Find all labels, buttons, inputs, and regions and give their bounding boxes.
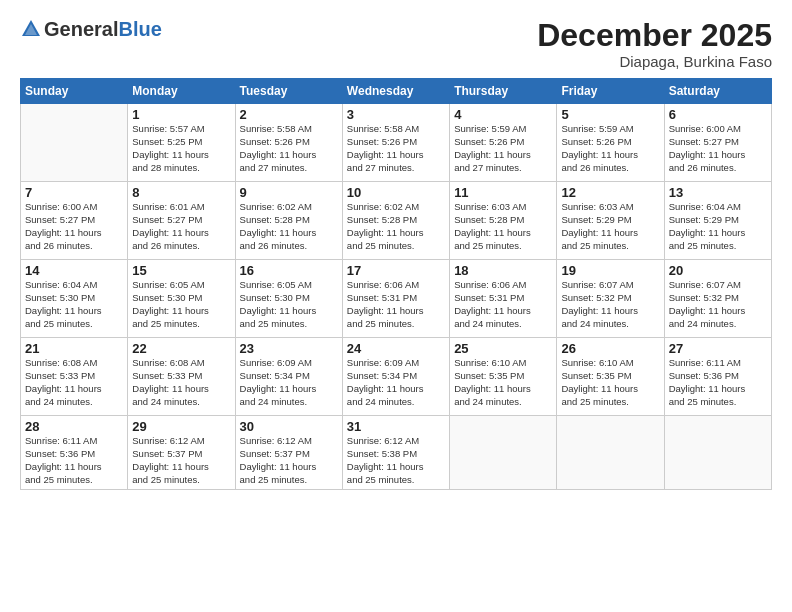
table-row: 14Sunrise: 6:04 AMSunset: 5:30 PMDayligh… [21, 260, 128, 338]
day-info: Sunrise: 5:59 AMSunset: 5:26 PMDaylight:… [561, 123, 659, 174]
day-info: Sunrise: 6:11 AMSunset: 5:36 PMDaylight:… [25, 435, 123, 486]
table-row: 15Sunrise: 6:05 AMSunset: 5:30 PMDayligh… [128, 260, 235, 338]
col-tuesday: Tuesday [235, 79, 342, 104]
col-thursday: Thursday [450, 79, 557, 104]
page: GeneralBlue December 2025 Diapaga, Burki… [0, 0, 792, 612]
day-number: 22 [132, 341, 230, 356]
day-number: 6 [669, 107, 767, 122]
table-row: 7Sunrise: 6:00 AMSunset: 5:27 PMDaylight… [21, 182, 128, 260]
day-info: Sunrise: 6:09 AMSunset: 5:34 PMDaylight:… [240, 357, 338, 408]
table-row: 1Sunrise: 5:57 AMSunset: 5:25 PMDaylight… [128, 104, 235, 182]
table-row: 13Sunrise: 6:04 AMSunset: 5:29 PMDayligh… [664, 182, 771, 260]
calendar-week-row: 7Sunrise: 6:00 AMSunset: 5:27 PMDaylight… [21, 182, 772, 260]
table-row: 23Sunrise: 6:09 AMSunset: 5:34 PMDayligh… [235, 338, 342, 416]
day-info: Sunrise: 6:08 AMSunset: 5:33 PMDaylight:… [132, 357, 230, 408]
day-number: 27 [669, 341, 767, 356]
day-info: Sunrise: 6:04 AMSunset: 5:30 PMDaylight:… [25, 279, 123, 330]
table-row: 17Sunrise: 6:06 AMSunset: 5:31 PMDayligh… [342, 260, 449, 338]
day-number: 8 [132, 185, 230, 200]
day-number: 12 [561, 185, 659, 200]
day-number: 3 [347, 107, 445, 122]
title-block: December 2025 Diapaga, Burkina Faso [537, 18, 772, 70]
table-row [21, 104, 128, 182]
logo: GeneralBlue [20, 18, 162, 40]
table-row: 3Sunrise: 5:58 AMSunset: 5:26 PMDaylight… [342, 104, 449, 182]
day-number: 30 [240, 419, 338, 434]
calendar-week-row: 28Sunrise: 6:11 AMSunset: 5:36 PMDayligh… [21, 416, 772, 490]
day-info: Sunrise: 6:12 AMSunset: 5:38 PMDaylight:… [347, 435, 445, 486]
day-number: 19 [561, 263, 659, 278]
calendar-week-row: 14Sunrise: 6:04 AMSunset: 5:30 PMDayligh… [21, 260, 772, 338]
day-info: Sunrise: 6:00 AMSunset: 5:27 PMDaylight:… [25, 201, 123, 252]
day-number: 4 [454, 107, 552, 122]
logo-general-text: General [44, 18, 118, 40]
table-row: 16Sunrise: 6:05 AMSunset: 5:30 PMDayligh… [235, 260, 342, 338]
table-row: 28Sunrise: 6:11 AMSunset: 5:36 PMDayligh… [21, 416, 128, 490]
month-title: December 2025 [537, 18, 772, 53]
day-info: Sunrise: 6:07 AMSunset: 5:32 PMDaylight:… [561, 279, 659, 330]
logo-icon [20, 18, 42, 40]
day-info: Sunrise: 6:07 AMSunset: 5:32 PMDaylight:… [669, 279, 767, 330]
table-row: 24Sunrise: 6:09 AMSunset: 5:34 PMDayligh… [342, 338, 449, 416]
day-number: 15 [132, 263, 230, 278]
day-info: Sunrise: 6:10 AMSunset: 5:35 PMDaylight:… [454, 357, 552, 408]
table-row: 20Sunrise: 6:07 AMSunset: 5:32 PMDayligh… [664, 260, 771, 338]
location: Diapaga, Burkina Faso [537, 53, 772, 70]
table-row: 2Sunrise: 5:58 AMSunset: 5:26 PMDaylight… [235, 104, 342, 182]
day-number: 18 [454, 263, 552, 278]
day-number: 13 [669, 185, 767, 200]
table-row: 25Sunrise: 6:10 AMSunset: 5:35 PMDayligh… [450, 338, 557, 416]
table-row: 19Sunrise: 6:07 AMSunset: 5:32 PMDayligh… [557, 260, 664, 338]
table-row: 4Sunrise: 5:59 AMSunset: 5:26 PMDaylight… [450, 104, 557, 182]
day-info: Sunrise: 6:05 AMSunset: 5:30 PMDaylight:… [240, 279, 338, 330]
day-info: Sunrise: 6:06 AMSunset: 5:31 PMDaylight:… [347, 279, 445, 330]
day-number: 28 [25, 419, 123, 434]
table-row [557, 416, 664, 490]
day-info: Sunrise: 6:01 AMSunset: 5:27 PMDaylight:… [132, 201, 230, 252]
table-row [664, 416, 771, 490]
header: GeneralBlue December 2025 Diapaga, Burki… [20, 18, 772, 70]
day-info: Sunrise: 5:57 AMSunset: 5:25 PMDaylight:… [132, 123, 230, 174]
col-wednesday: Wednesday [342, 79, 449, 104]
day-info: Sunrise: 6:08 AMSunset: 5:33 PMDaylight:… [25, 357, 123, 408]
day-info: Sunrise: 6:06 AMSunset: 5:31 PMDaylight:… [454, 279, 552, 330]
col-monday: Monday [128, 79, 235, 104]
day-number: 1 [132, 107, 230, 122]
day-info: Sunrise: 6:12 AMSunset: 5:37 PMDaylight:… [240, 435, 338, 486]
day-info: Sunrise: 6:10 AMSunset: 5:35 PMDaylight:… [561, 357, 659, 408]
table-row: 22Sunrise: 6:08 AMSunset: 5:33 PMDayligh… [128, 338, 235, 416]
table-row: 26Sunrise: 6:10 AMSunset: 5:35 PMDayligh… [557, 338, 664, 416]
day-info: Sunrise: 6:03 AMSunset: 5:28 PMDaylight:… [454, 201, 552, 252]
day-number: 31 [347, 419, 445, 434]
table-row: 6Sunrise: 6:00 AMSunset: 5:27 PMDaylight… [664, 104, 771, 182]
day-number: 7 [25, 185, 123, 200]
calendar-table: Sunday Monday Tuesday Wednesday Thursday… [20, 78, 772, 490]
day-info: Sunrise: 5:59 AMSunset: 5:26 PMDaylight:… [454, 123, 552, 174]
day-info: Sunrise: 5:58 AMSunset: 5:26 PMDaylight:… [347, 123, 445, 174]
day-info: Sunrise: 6:00 AMSunset: 5:27 PMDaylight:… [669, 123, 767, 174]
table-row: 27Sunrise: 6:11 AMSunset: 5:36 PMDayligh… [664, 338, 771, 416]
day-number: 24 [347, 341, 445, 356]
day-number: 23 [240, 341, 338, 356]
table-row: 21Sunrise: 6:08 AMSunset: 5:33 PMDayligh… [21, 338, 128, 416]
table-row [450, 416, 557, 490]
day-number: 29 [132, 419, 230, 434]
day-number: 5 [561, 107, 659, 122]
day-info: Sunrise: 5:58 AMSunset: 5:26 PMDaylight:… [240, 123, 338, 174]
day-number: 20 [669, 263, 767, 278]
table-row: 31Sunrise: 6:12 AMSunset: 5:38 PMDayligh… [342, 416, 449, 490]
day-number: 25 [454, 341, 552, 356]
table-row: 12Sunrise: 6:03 AMSunset: 5:29 PMDayligh… [557, 182, 664, 260]
calendar-header-row: Sunday Monday Tuesday Wednesday Thursday… [21, 79, 772, 104]
day-info: Sunrise: 6:12 AMSunset: 5:37 PMDaylight:… [132, 435, 230, 486]
table-row: 5Sunrise: 5:59 AMSunset: 5:26 PMDaylight… [557, 104, 664, 182]
calendar-week-row: 1Sunrise: 5:57 AMSunset: 5:25 PMDaylight… [21, 104, 772, 182]
day-number: 14 [25, 263, 123, 278]
col-sunday: Sunday [21, 79, 128, 104]
col-saturday: Saturday [664, 79, 771, 104]
table-row: 9Sunrise: 6:02 AMSunset: 5:28 PMDaylight… [235, 182, 342, 260]
table-row: 8Sunrise: 6:01 AMSunset: 5:27 PMDaylight… [128, 182, 235, 260]
table-row: 11Sunrise: 6:03 AMSunset: 5:28 PMDayligh… [450, 182, 557, 260]
day-info: Sunrise: 6:11 AMSunset: 5:36 PMDaylight:… [669, 357, 767, 408]
table-row: 10Sunrise: 6:02 AMSunset: 5:28 PMDayligh… [342, 182, 449, 260]
